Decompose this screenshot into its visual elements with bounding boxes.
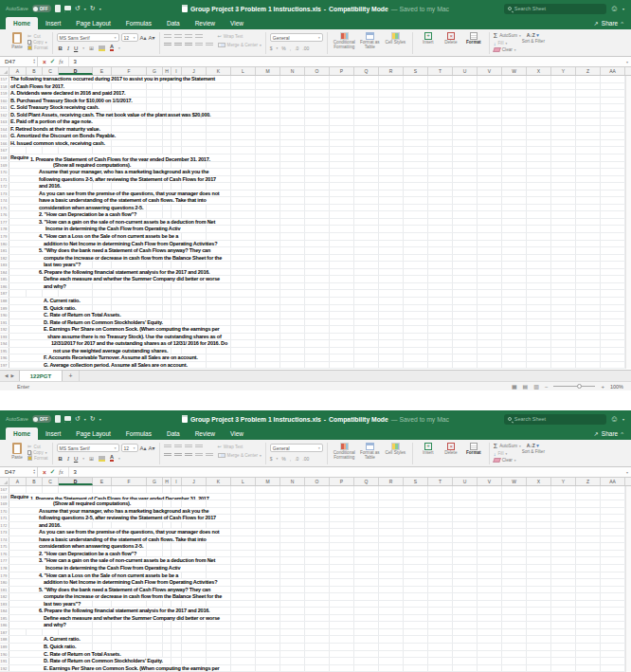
font-color-dropdown-icon[interactable]: ▾ [118,457,120,461]
sheet-row-176[interactable]: 1762. "How can Depreciation be a cash fl… [0,211,631,219]
clear-button[interactable]: Clear▾ [494,47,521,52]
wrap-text-button[interactable]: ↩Wrap Text [218,445,261,449]
row-number[interactable]: 157 [0,76,9,82]
insert-button[interactable]: Insert [417,31,440,45]
column-header-U[interactable]: U [453,67,478,75]
row-number[interactable]: 169 [0,500,9,507]
column-header-D[interactable]: D [59,478,93,485]
next-sheet-icon[interactable]: ▶ [10,373,13,378]
sheet-row-186[interactable]: 186and why? [0,283,631,291]
sheet-row-176[interactable]: 1762. "How can Depreciation be a cash fl… [0,551,631,558]
orientation-icon[interactable] [195,445,203,449]
fill-button[interactable]: ↓Fill▾ [494,451,521,457]
row-number[interactable]: 171 [0,515,9,521]
row-number[interactable]: 159 [0,90,9,97]
row-number[interactable]: 186 [0,622,9,628]
new-document-icon[interactable] [55,415,61,423]
column-header-G[interactable]: G [147,67,163,75]
sheet-row-189[interactable]: 189B. Quick ratio. [0,644,631,651]
tab-insert[interactable]: Insert [38,17,68,29]
row-number[interactable]: 169 [0,162,9,169]
row-number[interactable]: 176 [0,211,9,218]
sheet-row-184[interactable]: 1846. Prepare the following financial st… [0,269,631,277]
sheet-row-172[interactable]: 172and 2016. [0,522,631,530]
align-left-icon[interactable] [164,453,171,458]
delete-button[interactable]: Delete [440,31,462,45]
comma-button[interactable]: , [290,45,291,51]
row-number[interactable]: 172 [0,183,9,190]
align-middle-icon[interactable] [174,34,182,39]
format-as-table-button[interactable]: Format as Table [357,442,383,461]
sheet-row-183[interactable]: 183last two years"? [0,601,631,608]
sheet-row-168[interactable]: 168Require1. Prepare the Statement of Ca… [0,494,631,501]
sheet-row-181[interactable]: 1815. "Why does the bank need a Statemen… [0,247,631,255]
row-number[interactable]: 191 [0,319,9,326]
italic-button[interactable]: I [67,456,69,462]
increase-indent-icon[interactable] [206,453,213,458]
redo-icon[interactable]: ↻ [90,415,96,423]
sheet-row-169[interactable]: 169(Show all required computations). [0,162,631,170]
column-header-T[interactable]: T [428,67,453,75]
font-size-select[interactable]: 12▾ [121,33,138,42]
align-bottom-icon[interactable] [185,34,192,39]
column-header-G[interactable]: G [147,478,163,485]
row-number[interactable]: 170 [0,169,9,175]
redo-dropdown-icon[interactable]: ▾ [99,7,101,11]
row-number[interactable]: 186 [0,283,9,290]
sheet-row-191[interactable]: 191D. Rate of Return on Common Stockhold… [0,658,631,665]
align-right-icon[interactable] [185,43,192,47]
row-number[interactable]: 165 [0,133,9,139]
decrease-indent-icon[interactable] [195,43,203,47]
name-box[interactable]: D47 ▴▾ [0,57,38,66]
increase-decimal-button[interactable]: .0 [295,45,298,51]
conditional-formatting-button[interactable]: Conditional Formatting [332,31,357,50]
fill-color-icon[interactable] [99,456,105,462]
column-header-P[interactable]: P [330,67,354,75]
decrease-indent-icon[interactable] [195,453,203,458]
column-header-N[interactable]: N [280,67,305,75]
page-break-view-icon[interactable]: ▥ [533,383,539,390]
sort-filter-button[interactable]: A↓Z▼ Sort & Filter [521,442,546,454]
save-icon[interactable] [64,416,71,423]
zoom-in-icon[interactable]: + [601,384,604,390]
share-icon[interactable]: ↗ [594,20,599,27]
align-center-icon[interactable] [174,43,182,47]
cancel-button[interactable]: × [43,59,46,65]
number-format-select[interactable]: General▾ [270,444,323,452]
currency-dropdown-icon[interactable]: ▾ [277,457,279,461]
sheet-row-167[interactable]: 167 [0,486,631,494]
sheet-row-180[interactable]: 180addition to Net Income in determining… [0,579,631,587]
search-input[interactable]: Search Sheet [504,414,606,425]
align-center-icon[interactable] [174,453,182,458]
row-number[interactable]: 188 [0,298,9,304]
tab-page-layout[interactable]: Page Layout [68,17,118,29]
sheet-row-177[interactable]: 1773. "How can a gain on the sale of non… [0,557,631,565]
font-color-icon[interactable]: A [110,45,114,51]
name-box[interactable]: D47 ▴▾ [0,467,38,477]
column-header-K[interactable]: K [207,67,231,75]
insert-button[interactable]: Insert [417,442,440,456]
select-all-corner[interactable] [0,478,9,485]
column-header-Z[interactable]: Z [576,67,601,75]
zoom-slider-knob[interactable] [577,384,582,389]
wrap-text-button[interactable]: ↩Wrap Text [218,34,261,39]
row-number[interactable]: 160 [0,98,9,104]
row-number[interactable]: 180 [0,579,9,586]
vertical-scrollbar[interactable] [625,486,631,672]
row-number[interactable]: 158 [0,83,9,90]
increase-font-icon[interactable]: A▴ [140,445,147,451]
sheet-row-173[interactable]: 173As you can see from the premise of th… [0,191,631,198]
merge-center-button[interactable]: Merge & Center▾ [218,453,261,458]
italic-button[interactable]: I [67,45,69,51]
column-header-C[interactable]: C [43,67,59,75]
account-dropdown-icon[interactable]: ▾ [622,7,624,11]
underline-dropdown-icon[interactable]: ▾ [82,457,84,461]
row-number[interactable]: 167 [0,147,9,154]
row-number[interactable]: 161 [0,104,9,111]
sheet-row-185[interactable]: 185Define each measure and whether the S… [0,276,631,283]
column-header-AA[interactable]: AA [601,67,625,75]
tab-view[interactable]: View [223,427,251,440]
row-number[interactable]: 173 [0,191,9,197]
column-header-S[interactable]: S [404,478,428,485]
row-number[interactable]: 190 [0,312,9,318]
